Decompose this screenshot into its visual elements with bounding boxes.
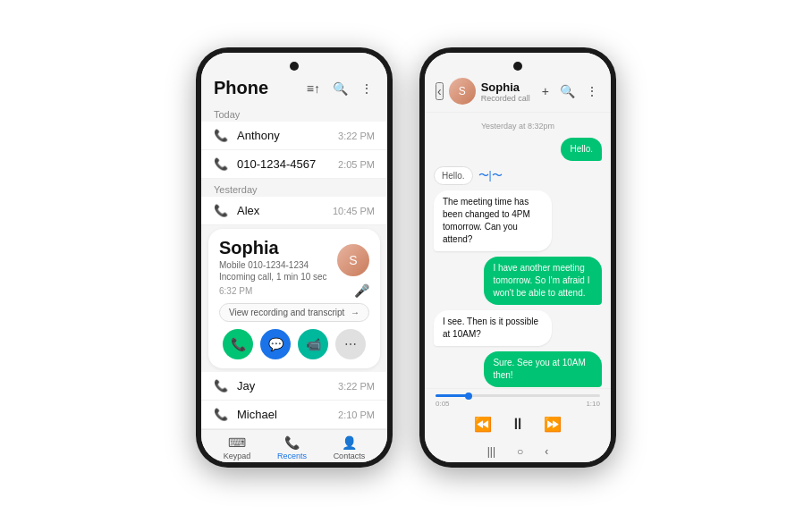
more-icon[interactable]: ⋮ — [359, 80, 375, 97]
call-name-number: 010-1234-4567 — [237, 157, 338, 171]
player-controls: ⏪ ⏸ ⏩ — [436, 411, 600, 437]
sophia-actions: 📞 💬 📹 ⋯ — [219, 329, 369, 359]
rewind-btn[interactable]: ⏪ — [474, 416, 492, 433]
nav-recents[interactable]: 📞 Recents — [277, 435, 307, 460]
mic-icon: 🎤 — [354, 283, 369, 298]
phone-right: ‹ S Sophia Recorded call + 🔍 ⋮ Yesterday… — [419, 47, 616, 468]
sophia-chat-sub: Recorded call — [481, 94, 535, 103]
call-michael[interactable]: 📞 Michael 2:10 PM — [201, 401, 387, 429]
sophia-call-info: Incoming call, 1 min 10 sec — [219, 272, 327, 282]
contacts-label: Contacts — [334, 452, 366, 460]
section-today: Today — [201, 104, 387, 122]
current-time: 0:05 — [436, 400, 450, 408]
player-area: 0:05 1:10 ⏪ ⏸ ⏩ — [425, 388, 611, 441]
notch-left — [290, 62, 299, 71]
search-icon[interactable]: 🔍 — [331, 80, 350, 97]
keypad-label: Keypad — [224, 452, 251, 460]
nav-contacts[interactable]: 👤 Contacts — [334, 435, 366, 460]
sophia-detail-row: 6:32 PM 🎤 — [219, 283, 369, 298]
msg-voice-left[interactable]: Hello. 〜|〜 — [434, 166, 602, 185]
section-yesterday: Yesterday — [201, 179, 387, 197]
sophia-card: Sophia Mobile 010-1234-1234 Incoming cal… — [208, 229, 380, 368]
msg-hello-right: Hello. — [561, 138, 602, 161]
sophia-detail: Mobile 010-1234-1234 — [219, 260, 327, 270]
arrow-icon: → — [351, 308, 359, 317]
call-time-anthony: 3:22 PM — [338, 131, 375, 141]
sophia-name-wrap: Sophia Recorded call — [481, 80, 535, 103]
call-icon-jay: 📞 — [214, 379, 228, 393]
chat-area: Yesterday at 8:32pm Hello. Hello. 〜|〜 Th… — [425, 113, 611, 388]
call-time-alex: 10:45 PM — [333, 206, 375, 216]
forward-btn[interactable]: ⏩ — [544, 416, 562, 433]
msg-isee-left: I see. Then is it possible at 10AM? — [434, 310, 552, 346]
phone-right-screen: ‹ S Sophia Recorded call + 🔍 ⋮ Yesterday… — [425, 53, 611, 462]
progress-thumb — [465, 393, 472, 400]
sophia-avatar-chat: S — [449, 78, 476, 105]
call-time-jay: 3:22 PM — [338, 381, 375, 392]
voice-hello-label: Hello. — [434, 166, 473, 185]
msg-another-right: I have another meeting tomorrow. So I'm … — [484, 257, 602, 305]
video-action-btn[interactable]: 📹 — [298, 329, 328, 359]
phone2-header-actions: + 🔍 ⋮ — [540, 82, 600, 100]
call-number[interactable]: 📞 010-1234-4567 2:05 PM — [201, 150, 387, 179]
more-action-btn[interactable]: ⋯ — [335, 329, 366, 359]
recording-label: View recording and transcript — [229, 308, 344, 317]
phone1-header-icons: ≡↑ 🔍 ⋮ — [305, 80, 375, 97]
sophia-chat-name: Sophia — [481, 80, 535, 94]
progress-bar[interactable] — [436, 394, 600, 397]
time-row: 0:05 1:10 — [436, 400, 600, 408]
sys-nav2-left[interactable]: ||| — [487, 445, 495, 458]
phone1-title: Phone — [214, 78, 268, 98]
call-anthony[interactable]: 📞 Anthony 3:22 PM — [201, 122, 387, 150]
keypad-icon: ⌨ — [228, 435, 246, 450]
phone-left-screen: Phone ≡↑ 🔍 ⋮ Today 📞 Anthony 3:22 PM 📞 0… — [201, 53, 387, 462]
call-name-michael: Michael — [237, 408, 338, 421]
sys-nav2-home[interactable]: ○ — [517, 445, 523, 458]
filter-icon[interactable]: ≡↑ — [305, 80, 322, 97]
call-name-jay: Jay — [237, 379, 338, 393]
msg-meeting-left: The meeting time has been changed to 4PM… — [434, 190, 552, 251]
call-time-number: 2:05 PM — [338, 159, 375, 170]
recents-icon: 📞 — [284, 435, 300, 450]
wave-icon: 〜|〜 — [478, 168, 503, 183]
back-button[interactable]: ‹ — [436, 82, 444, 100]
play-pause-btn[interactable]: ⏸ — [510, 415, 526, 434]
sophia-info: Sophia Mobile 010-1234-1234 Incoming cal… — [219, 238, 327, 282]
msg-sure-right: Sure. See you at 10AM then! — [484, 351, 602, 387]
contacts-icon: 👤 — [342, 435, 357, 450]
phone1-bottom-nav: ⌨ Keypad 📞 Recents 👤 Contacts — [201, 429, 387, 462]
more-chat-icon[interactable]: ⋮ — [584, 82, 600, 100]
recording-btn[interactable]: View recording and transcript → — [219, 303, 369, 322]
call-name-alex: Alex — [237, 204, 333, 217]
call-jay[interactable]: 📞 Jay 3:22 PM — [201, 372, 387, 401]
call-icon-michael: 📞 — [214, 408, 228, 421]
add-icon[interactable]: + — [540, 82, 551, 100]
call-icon-anthony: 📞 — [214, 129, 228, 142]
nav-keypad[interactable]: ⌨ Keypad — [224, 435, 251, 460]
sys-nav2-back[interactable]: ‹ — [545, 445, 548, 458]
phone2-sys-nav: ||| ○ ‹ — [425, 441, 611, 462]
phone1-header: Phone ≡↑ 🔍 ⋮ — [201, 53, 387, 104]
call-time-michael: 2:10 PM — [338, 409, 375, 420]
call-icon-alex: 📞 — [214, 204, 228, 217]
call-action-btn[interactable]: 📞 — [223, 329, 253, 359]
sophia-avatar: S — [337, 244, 369, 276]
phone-left: Phone ≡↑ 🔍 ⋮ Today 📞 Anthony 3:22 PM 📞 0… — [196, 47, 393, 468]
call-icon-number: 📞 — [214, 157, 228, 171]
total-time: 1:10 — [586, 400, 600, 408]
sophia-top: Sophia Mobile 010-1234-1234 Incoming cal… — [219, 238, 369, 282]
progress-fill — [436, 394, 469, 397]
chat-timestamp: Yesterday at 8:32pm — [434, 122, 602, 131]
notch-right — [513, 62, 522, 71]
recents-label: Recents — [277, 452, 307, 460]
message-action-btn[interactable]: 💬 — [260, 329, 291, 359]
call-alex[interactable]: 📞 Alex 10:45 PM — [201, 197, 387, 225]
call-name-anthony: Anthony — [237, 129, 338, 142]
sophia-time: 6:32 PM — [219, 286, 252, 296]
search-chat-icon[interactable]: 🔍 — [558, 82, 577, 100]
sophia-name: Sophia — [219, 238, 327, 258]
